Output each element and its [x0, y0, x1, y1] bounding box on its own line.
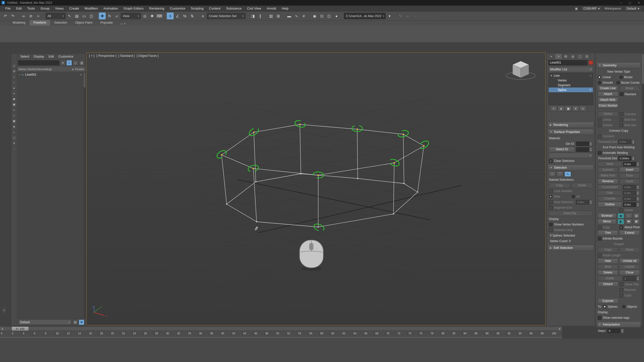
- vertex-subobject-icon[interactable]: ∴: [549, 171, 555, 177]
- insert-button[interactable]: Insert: [619, 167, 640, 172]
- mirror-both-icon[interactable]: ◩: [633, 219, 640, 224]
- fillet-spinner[interactable]: 0.0m▲▼: [623, 191, 640, 195]
- spinner-down-icon[interactable]: ▼: [631, 142, 635, 144]
- menu-rendering[interactable]: Rendering: [146, 6, 167, 12]
- display-spacewarps-icon[interactable]: ≈: [12, 113, 16, 118]
- undo-icon[interactable]: ↶: [2, 13, 9, 19]
- stack-row-icon[interactable]: ✎: [589, 88, 591, 91]
- all-radio[interactable]: All: [572, 195, 593, 198]
- reverse-button[interactable]: Reverse: [598, 179, 618, 184]
- panel-collapse-handle[interactable]: ◂: [2, 307, 6, 313]
- divide-spinner[interactable]: 1▲▼: [623, 276, 640, 281]
- spinner-arrows[interactable]: ▲▼: [636, 202, 640, 207]
- spinner-down-icon[interactable]: ▼: [589, 144, 592, 146]
- unlink-selection-icon[interactable]: ⊘: [27, 13, 34, 19]
- render-setup-icon[interactable]: ⊡: [318, 13, 325, 19]
- display-groups-icon[interactable]: ▦: [12, 119, 16, 123]
- workspace-dropdown[interactable]: Default ▾: [624, 6, 641, 11]
- boolean-intersection-icon[interactable]: ◍: [633, 213, 640, 218]
- dots-ghost-icon[interactable]: ∴: [412, 13, 418, 19]
- about-pivot-checkbox[interactable]: ✓About Pivot: [619, 225, 640, 229]
- spinner-down-icon[interactable]: ▼: [636, 279, 639, 281]
- frame-tick-32[interactable]: 32: [176, 331, 187, 337]
- frame-tick-78[interactable]: 78: [430, 331, 441, 337]
- search-input[interactable]: [18, 60, 59, 65]
- weld-button[interactable]: Weld: [598, 161, 622, 167]
- frame-tick-18[interactable]: 18: [99, 331, 110, 337]
- frame-tick-34[interactable]: 34: [187, 331, 198, 337]
- smooth-radio[interactable]: Smooth: [598, 81, 615, 84]
- workspace-icon[interactable]: ▣: [574, 6, 579, 11]
- motion-tab-icon[interactable]: ◎: [570, 54, 576, 59]
- fillet-button[interactable]: Fillet: [598, 190, 622, 196]
- spinner-arrows[interactable]: ▲▼: [631, 140, 635, 144]
- explorer-preset-dropdown[interactable]: Default ▾: [18, 320, 71, 325]
- selection-filter-dropdown[interactable]: All▾: [46, 13, 66, 19]
- frame-tick-84[interactable]: 84: [463, 331, 474, 337]
- maximize-button[interactable]: ▢: [628, 1, 631, 5]
- hierarchy-tab-icon[interactable]: ⊟: [562, 54, 569, 59]
- spinner-arrows[interactable]: ▲▼: [621, 329, 624, 333]
- project-folder-field[interactable]: C:\Users\UI...ds Max 2022▾: [344, 13, 386, 19]
- boolean-union-icon[interactable]: ◉: [618, 213, 624, 218]
- show-selected-segs-checkbox[interactable]: Show selected segs: [598, 316, 640, 320]
- copy-checkbox[interactable]: Copy: [598, 225, 618, 229]
- schematic-view-icon[interactable]: #: [300, 13, 307, 19]
- spinner-arrows[interactable]: ▲▼: [636, 162, 640, 166]
- same-shp-checkbox[interactable]: Same Shp: [620, 282, 640, 286]
- material-editor-icon[interactable]: ◉: [311, 13, 318, 19]
- frame-tick-40[interactable]: 40: [220, 331, 231, 337]
- display-shapes-icon[interactable]: ∿: [12, 91, 16, 96]
- menu-edit[interactable]: Edit: [13, 6, 24, 12]
- stack-row-icon[interactable]: ○: [590, 74, 591, 77]
- frame-tick-74[interactable]: 74: [408, 331, 419, 337]
- spinner-snap-toggle-icon[interactable]: ⇅: [189, 13, 195, 19]
- frame-tick-82[interactable]: 82: [452, 331, 463, 337]
- extend-button[interactable]: Extend: [619, 230, 640, 236]
- attach-button[interactable]: Attach: [598, 92, 618, 97]
- make-unique-icon[interactable]: ▣: [565, 106, 572, 111]
- menu-scripting[interactable]: Scripting: [188, 6, 207, 12]
- boolean-subtraction-icon[interactable]: ◌: [625, 213, 632, 218]
- minimize-button[interactable]: ─: [620, 1, 622, 5]
- clear-search-icon[interactable]: ✕: [60, 60, 66, 66]
- named-selection-sets-dropdown[interactable]: Create Selection Set▾: [207, 13, 246, 19]
- frame-tick-12[interactable]: 12: [66, 331, 77, 337]
- display-hidden-icon[interactable]: ◌: [12, 147, 16, 151]
- stack-item-line[interactable]: ▼Line○: [549, 73, 593, 78]
- time-slider-track[interactable]: ◂ 0 / 100 ▸: [0, 326, 562, 331]
- select-and-move-icon[interactable]: ✚: [99, 13, 106, 19]
- spinner-arrows[interactable]: ▲▼: [589, 147, 593, 152]
- frame-tick-30[interactable]: 30: [165, 331, 176, 337]
- select-and-manipulate-icon[interactable]: ✱: [149, 13, 155, 19]
- spinner-arrows[interactable]: ▲▼: [636, 197, 640, 201]
- lock-cell-editing-icon[interactable]: ◻: [12, 64, 16, 68]
- menu-civil-view[interactable]: Civil View: [244, 6, 264, 12]
- viewport-menu-shading[interactable]: [ Edged Faces ]: [137, 54, 159, 58]
- ribbon-tab-freeform[interactable]: Freeform: [29, 20, 50, 26]
- ribbon-panel-toggle-icon[interactable]: ▭: [120, 22, 123, 25]
- frame-tick-16[interactable]: 16: [88, 331, 99, 337]
- splines-radio[interactable]: Splines: [603, 305, 621, 308]
- frame-tick-2[interactable]: 2: [11, 331, 22, 337]
- spinner-up-icon[interactable]: ▲: [636, 162, 639, 164]
- command-panel-scrollbar[interactable]: [642, 53, 644, 326]
- explorer-scrollbar[interactable]: [84, 72, 86, 319]
- align-icon[interactable]: ∥: [257, 13, 264, 19]
- show-vertex-numbers-checkbox[interactable]: Show Vertex Numbers: [549, 223, 593, 227]
- create-line-button[interactable]: Create Line: [598, 86, 618, 91]
- area-selection-checkbox[interactable]: Area Selection: [549, 200, 575, 204]
- plus-ghost-icon[interactable]: +: [404, 13, 411, 19]
- explorer-menu-display[interactable]: Display: [31, 55, 46, 58]
- frame-tick-52[interactable]: 52: [287, 331, 298, 337]
- viewport-canvas[interactable]: [87, 53, 545, 325]
- frame-tick-54[interactable]: 54: [298, 331, 309, 337]
- chamfer-spinner[interactable]: 0.0m▲▼: [623, 197, 640, 201]
- view-cube[interactable]: [503, 57, 540, 85]
- bind-button[interactable]: Bind: [598, 264, 618, 269]
- frame-tick-100[interactable]: 100: [551, 331, 562, 337]
- boolean-button[interactable]: Boolean: [598, 213, 616, 218]
- spinner-down-icon[interactable]: ▼: [636, 164, 639, 166]
- spinner-up-icon[interactable]: ▲: [589, 200, 592, 202]
- chevron-down-icon[interactable]: ▾: [124, 22, 126, 25]
